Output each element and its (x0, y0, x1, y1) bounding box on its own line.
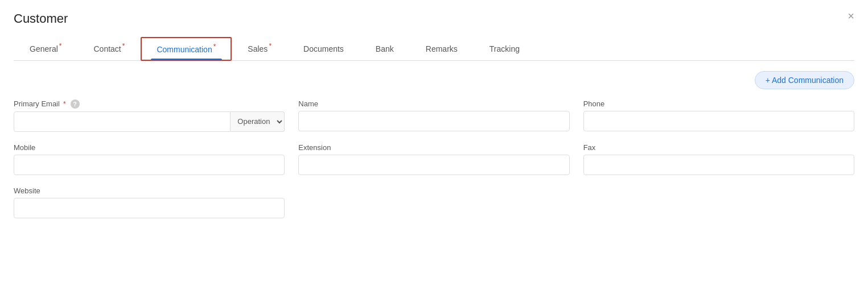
tab-contact[interactable]: Contact* (77, 36, 141, 60)
email-type-select[interactable]: Operation Personal Work Home (231, 111, 285, 132)
website-input[interactable] (14, 198, 285, 218)
fax-field: Fax (583, 143, 854, 175)
form-row-2: Mobile Extension Fax (14, 143, 854, 175)
mobile-field: Mobile (14, 143, 285, 175)
general-required-star: * (59, 42, 62, 50)
add-communication-button[interactable]: + Add Communication (755, 71, 854, 89)
primary-email-help-icon: ? (71, 99, 80, 109)
tab-documents[interactable]: Documents (287, 39, 360, 60)
customer-modal: Customer × General* Contact* Communicati… (0, 0, 868, 307)
tab-general[interactable]: General* (14, 36, 77, 60)
close-button[interactable]: × (848, 10, 854, 22)
extension-label: Extension (298, 143, 569, 152)
phone-field: Phone (583, 99, 854, 132)
sales-required-star: * (269, 42, 271, 50)
website-label: Website (14, 186, 285, 195)
form-row-3: Website (14, 186, 854, 218)
toolbar-row: + Add Communication (14, 71, 854, 89)
primary-email-required: * (63, 100, 66, 108)
primary-email-label: Primary Email * ? (14, 99, 285, 109)
fax-label: Fax (583, 143, 854, 152)
communication-required-star: * (213, 43, 216, 51)
tabs-container: General* Contact* Communication* Sales* … (14, 36, 854, 61)
mobile-label: Mobile (14, 143, 285, 152)
primary-email-input[interactable] (14, 111, 231, 132)
contact-required-star: * (122, 42, 125, 50)
mobile-input[interactable] (14, 155, 285, 175)
modal-title: Customer (14, 11, 854, 26)
name-input[interactable] (298, 111, 569, 131)
communication-content: + Add Communication Primary Email * ? Op… (14, 61, 854, 230)
tab-remarks[interactable]: Remarks (410, 39, 474, 60)
tab-sales[interactable]: Sales* (232, 36, 287, 60)
tab-communication[interactable]: Communication* (141, 37, 232, 61)
phone-label: Phone (583, 99, 854, 108)
empty-col-3 (583, 186, 854, 218)
tab-bank[interactable]: Bank (360, 39, 410, 60)
website-field: Website (14, 186, 285, 218)
form-grid: Primary Email * ? Operation Personal Wor… (14, 99, 854, 230)
tab-tracking[interactable]: Tracking (474, 39, 536, 60)
phone-input[interactable] (583, 111, 854, 131)
name-field: Name (298, 99, 569, 132)
primary-email-field: Primary Email * ? Operation Personal Wor… (14, 99, 285, 132)
extension-field: Extension (298, 143, 569, 175)
form-row-1: Primary Email * ? Operation Personal Wor… (14, 99, 854, 132)
email-group: Operation Personal Work Home (14, 111, 285, 132)
extension-input[interactable] (298, 155, 569, 175)
empty-col-2 (298, 186, 569, 218)
fax-input[interactable] (583, 155, 854, 175)
name-label: Name (298, 99, 569, 108)
